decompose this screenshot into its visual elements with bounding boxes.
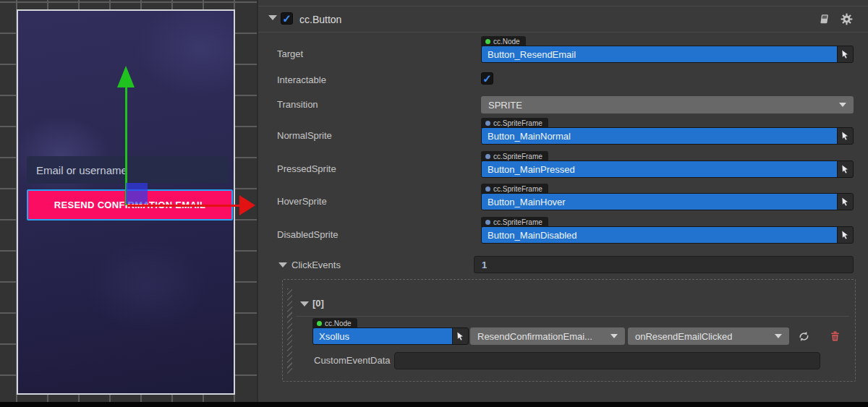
disabled-sprite-type-tag: cc.SpriteFrame (481, 217, 548, 227)
node-type-dot-icon (485, 39, 490, 44)
refresh-icon[interactable] (796, 329, 811, 343)
custom-event-data-label: CustomEventData (314, 355, 391, 366)
array-hatch-strip (287, 288, 292, 374)
inspector-panel: ✓ cc.Button (258, 0, 868, 407)
interactable-checkbox[interactable]: ✓ (481, 72, 493, 85)
event0-component-dropdown[interactable]: ResendConfirmationEmai... (470, 327, 625, 345)
gizmo-x-axis-arrow-icon[interactable] (239, 195, 255, 215)
component-title: cc.Button (299, 14, 341, 25)
spriteframe-type-dot-icon (485, 154, 490, 159)
divider (296, 316, 849, 317)
chevron-down-icon (610, 334, 618, 338)
clickevents-label: ClickEvents (292, 260, 341, 270)
spriteframe-type-dot-icon (485, 220, 490, 225)
pressed-sprite-field[interactable]: Button_MainPressed (481, 160, 854, 178)
divider (258, 6, 868, 7)
asset-picker-cursor-icon[interactable] (837, 161, 853, 177)
interactable-label: Interactable (277, 74, 326, 85)
chevron-down-icon (839, 103, 846, 107)
target-type-tag: cc.Node (481, 36, 526, 46)
event0-node-type-tag: cc.Node (312, 318, 357, 328)
disabled-sprite-field[interactable]: Button_MainDisabled (481, 226, 854, 244)
pressed-sprite-label: PressedSprite (277, 163, 336, 174)
custom-event-data-input[interactable] (402, 356, 812, 367)
transition-label: Transition (277, 99, 318, 110)
clickevents-group: [0] cc.Node Xsollus ResendConfirmationEm… (282, 279, 856, 382)
scene-view-panel[interactable]: RESEND CONFIRMATION EMAIL (0, 0, 258, 407)
chevron-down-icon (775, 334, 782, 338)
delete-trash-icon[interactable] (827, 329, 842, 343)
disabled-sprite-label: DisabledSprite (277, 229, 339, 240)
divider (258, 32, 868, 33)
node-picker-cursor-icon[interactable] (837, 46, 853, 62)
event0-handler-dropdown[interactable]: onResendEmailClicked (628, 327, 789, 345)
component-enabled-checkbox[interactable]: ✓ (281, 12, 293, 25)
event0-collapse-icon[interactable] (300, 301, 309, 307)
node-picker-cursor-icon[interactable] (452, 328, 468, 344)
normal-sprite-field[interactable]: Button_MainNormal (481, 127, 854, 145)
spriteframe-type-dot-icon (485, 187, 490, 192)
pressed-sprite-type-tag: cc.SpriteFrame (481, 151, 548, 161)
event0-index-label: [0] (312, 298, 324, 309)
normal-sprite-label: NormalSprite (277, 130, 332, 141)
clickevents-count-field[interactable]: 1 (474, 256, 854, 273)
gizmo-x-axis-line (127, 205, 240, 207)
asset-picker-cursor-icon[interactable] (837, 227, 853, 243)
email-input[interactable] (27, 156, 229, 184)
node-type-dot-icon (317, 321, 322, 326)
help-book-icon[interactable] (817, 12, 830, 25)
spriteframe-type-dot-icon (485, 121, 490, 126)
email-input-box[interactable] (27, 156, 229, 184)
hover-sprite-type-tag: cc.SpriteFrame (481, 184, 548, 194)
clickevents-collapse-icon[interactable] (278, 262, 287, 267)
cocos-editor-window: RESEND CONFIRMATION EMAIL ✓ cc.Button (0, 0, 868, 407)
component-collapse-icon[interactable] (268, 15, 277, 20)
asset-picker-cursor-icon[interactable] (837, 194, 853, 210)
checkmark-icon: ✓ (282, 13, 292, 24)
gizmo-y-axis-arrow-icon[interactable] (117, 66, 135, 87)
target-node-field[interactable]: Button_ResendEmail (481, 46, 854, 63)
component-settings-gear-icon[interactable] (840, 12, 853, 25)
bottom-edge (0, 402, 868, 407)
checkmark-icon: ✓ (482, 73, 492, 84)
target-label: Target (277, 48, 303, 59)
event0-node-field[interactable]: Xsollus (312, 327, 469, 345)
custom-event-data-field[interactable] (394, 352, 820, 369)
transition-dropdown[interactable]: SPRITE (481, 96, 854, 113)
asset-picker-cursor-icon[interactable] (837, 128, 853, 144)
hover-sprite-label: HoverSprite (277, 196, 327, 207)
gizmo-center-handle[interactable] (126, 183, 148, 204)
hover-sprite-field[interactable]: Button_MainHover (481, 193, 854, 210)
normal-sprite-type-tag: cc.SpriteFrame (481, 118, 548, 128)
